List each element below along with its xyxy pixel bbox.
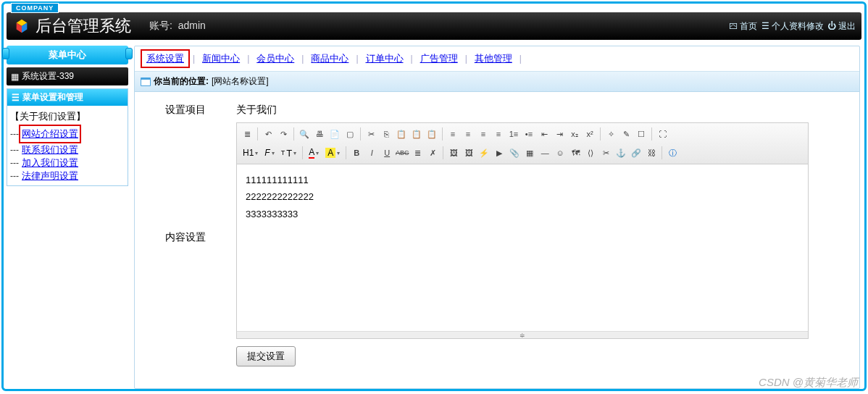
fontcolor-select[interactable]: A▾: [306, 146, 322, 159]
svg-rect-4: [141, 80, 150, 85]
justify-left-icon[interactable]: ≡: [446, 127, 460, 141]
tab-member[interactable]: 会员中心: [252, 51, 299, 67]
sidebar-item[interactable]: ---法律声明设置: [10, 169, 125, 183]
removeformat-icon[interactable]: ✗: [425, 146, 440, 160]
tab-product[interactable]: 商品中心: [306, 51, 353, 67]
justify-full-icon[interactable]: ≡: [491, 127, 506, 141]
template-icon[interactable]: 📄: [327, 127, 342, 141]
window-icon: [141, 77, 151, 86]
unlink-icon[interactable]: ⛓: [644, 146, 659, 160]
list-ul-icon[interactable]: •≡: [522, 127, 536, 141]
logo-icon: [14, 18, 30, 34]
sidebar-group-title: 【关于我们设置】: [10, 109, 125, 125]
about-icon[interactable]: ⓘ: [665, 146, 680, 160]
quickformat-icon[interactable]: ✎: [619, 127, 633, 141]
account-info: 账号: admin: [149, 20, 206, 33]
panel-header: ☰ 菜单设置和管理: [7, 89, 128, 106]
clear-format-icon[interactable]: ✧: [604, 127, 618, 141]
resize-handle[interactable]: ≑: [237, 331, 808, 338]
flash-icon[interactable]: ⚡: [477, 146, 491, 160]
home-link[interactable]: ⮹首页: [728, 20, 757, 33]
fontsize-select[interactable]: TT▾: [278, 147, 299, 159]
source-icon[interactable]: ≣: [240, 127, 254, 141]
emoji-icon[interactable]: ☺: [553, 146, 567, 160]
image-icon[interactable]: 🖼: [446, 146, 461, 160]
table-icon[interactable]: ▦: [522, 146, 537, 160]
paste-icon[interactable]: 📋: [394, 127, 409, 141]
rich-editor: ≣ ↶ ↷ 🔍 🖶 📄 ▢: [236, 122, 809, 339]
italic-icon[interactable]: I: [364, 146, 379, 160]
justify-center-icon[interactable]: ≡: [461, 127, 475, 141]
multiimage-icon[interactable]: 🖼: [462, 146, 476, 160]
redo-icon[interactable]: ↷: [276, 127, 291, 141]
strike-icon[interactable]: ABC: [395, 146, 409, 160]
heading-select[interactable]: H1▾: [240, 147, 261, 159]
item-value: 关于我们: [236, 99, 859, 117]
editor-body[interactable]: 111111111111 2222222222222 3333333333: [237, 164, 808, 331]
item-label: 设置项目: [135, 99, 236, 117]
knob-right[interactable]: [125, 48, 133, 59]
submit-button[interactable]: 提交设置: [236, 346, 296, 366]
indent-icon[interactable]: ⇥: [552, 127, 567, 141]
tab-ad[interactable]: 广告管理: [416, 51, 462, 67]
system-title: 后台管理系统: [36, 15, 131, 37]
tab-system[interactable]: 系统设置: [141, 49, 190, 68]
header-bar: 后台管理系统 账号: admin ⮹首页 ☰个人资料修改 ⏻退出: [7, 12, 861, 40]
list-icon: ☰: [12, 93, 20, 103]
copy-icon[interactable]: ⎘: [379, 127, 393, 141]
print-icon[interactable]: 🖶: [312, 127, 327, 141]
preview-icon[interactable]: 🔍: [297, 127, 312, 141]
sidebar-panel: ☰ 菜单设置和管理 【关于我们设置】 ---网站介绍设置 ---联系我们设置 -…: [7, 88, 128, 186]
tab-other[interactable]: 其他管理: [470, 51, 517, 67]
code-icon[interactable]: ⟨⟩: [583, 146, 598, 160]
breadcrumb: 你当前的位置: [网站名称设置]: [135, 72, 859, 92]
pagebreak-icon[interactable]: ✂: [598, 146, 613, 160]
link-icon[interactable]: 🔗: [629, 146, 643, 160]
tab-row: 系统设置| 新闻中心| 会员中心| 商品中心| 订单中心| 广告管理| 其他管理…: [135, 46, 859, 72]
content-label: 内容设置: [135, 122, 236, 244]
tree-title-bar: ▦ 系统设置-339: [7, 67, 128, 85]
justify-right-icon[interactable]: ≡: [476, 127, 491, 141]
tab-order[interactable]: 订单中心: [362, 51, 408, 67]
logout-link[interactable]: ⏻退出: [827, 20, 856, 33]
bgcolor-select[interactable]: A▾: [322, 147, 343, 159]
sub-icon[interactable]: x₂: [567, 127, 582, 141]
undo-icon[interactable]: ↶: [261, 127, 275, 141]
paste-text-icon[interactable]: 📋: [409, 127, 424, 141]
power-icon: ⏻: [827, 21, 837, 31]
grid-icon: ▦: [11, 72, 19, 82]
sup-icon[interactable]: x²: [583, 127, 597, 141]
tab-news[interactable]: 新闻中心: [198, 51, 244, 67]
underline-icon[interactable]: U: [380, 146, 394, 160]
paste-word-icon[interactable]: 📋: [425, 127, 439, 141]
editor-toolbar: ≣ ↶ ↷ 🔍 🖶 📄 ▢: [237, 123, 808, 164]
bold-icon[interactable]: B: [349, 146, 364, 160]
map-icon[interactable]: 🗺: [568, 146, 583, 160]
fullscreen-icon[interactable]: ⛶: [655, 127, 669, 141]
brand-tag: COMPANY: [11, 3, 59, 13]
cut-icon[interactable]: ✂: [364, 127, 378, 141]
anchor-icon[interactable]: ⚓: [614, 146, 628, 160]
lineheight-icon[interactable]: ≣: [410, 146, 425, 160]
profile-icon: ☰: [760, 21, 770, 31]
file-icon[interactable]: 📎: [507, 146, 522, 160]
list-ol-icon[interactable]: 1≡: [506, 127, 521, 141]
new-icon[interactable]: ▢: [343, 127, 357, 141]
menu-center-button[interactable]: 菜单中心: [7, 46, 128, 64]
home-icon: ⮹: [728, 21, 738, 31]
fontfamily-select[interactable]: F▾: [262, 147, 277, 159]
selectall-icon[interactable]: ☐: [634, 127, 648, 141]
profile-link[interactable]: ☰个人资料修改: [760, 20, 824, 33]
hr-icon[interactable]: —: [538, 146, 552, 160]
outdent-icon[interactable]: ⇤: [537, 127, 551, 141]
knob-left[interactable]: [2, 48, 9, 59]
media-icon[interactable]: ▶: [492, 146, 506, 160]
